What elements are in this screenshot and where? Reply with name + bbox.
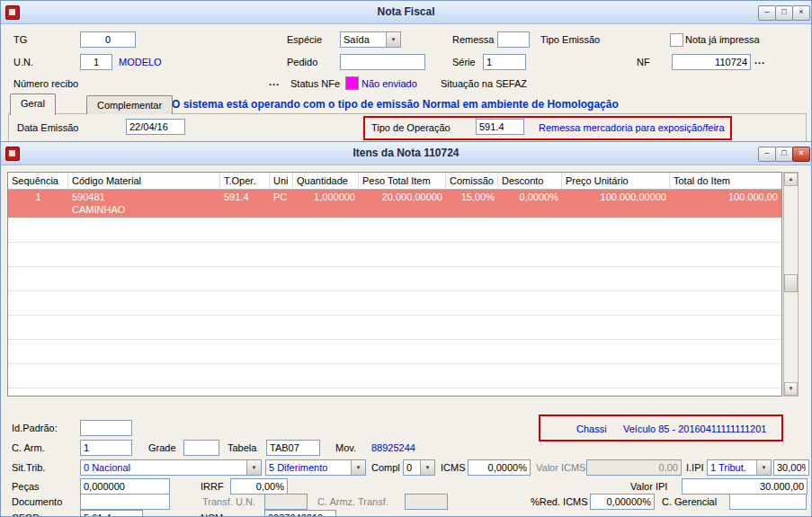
numero-recibo-browse-button[interactable]: ... (269, 76, 280, 87)
valor-icms-label: Valor ICMS (536, 462, 585, 473)
c-gerencial-input[interactable] (729, 494, 807, 510)
cell-comissao: 15,00% (446, 192, 495, 202)
compl-select[interactable]: 0 ▼ (403, 459, 435, 476)
ncm-input[interactable] (264, 510, 336, 517)
cfop-input[interactable] (80, 510, 143, 517)
numero-recibo-label: Número recibo (13, 78, 78, 89)
i-ipi-select[interactable]: 1 Tribut. ▼ (707, 459, 772, 476)
mov-label: Mov. (335, 442, 356, 453)
data-emissao-label: Data Emissão (17, 122, 78, 133)
grade-input[interactable] (183, 440, 219, 456)
ipi-percent-input[interactable] (773, 459, 809, 476)
close-icon[interactable]: × (792, 5, 810, 21)
tipo-emissao-label: Tipo Emissão (540, 34, 600, 45)
c-armz-transf-label: C. Armz. Transf. (317, 496, 388, 507)
tg-label: TG (13, 34, 27, 45)
icms-input[interactable] (468, 459, 531, 476)
close-icon[interactable]: × (792, 147, 810, 162)
compl-label: Compl (371, 462, 400, 473)
window-nota-fiscal: Nota Fiscal – □ × TG Espécie Saída ▼ Rem… (0, 0, 812, 146)
valor-ipi-label: Valor IPI (630, 481, 667, 492)
remessa-label: Remessa (452, 34, 494, 45)
column-header-sequencia: Sequência (8, 173, 68, 190)
c-arm-label: C. Arm. (12, 442, 45, 453)
scrollbar-thumb[interactable] (784, 274, 798, 292)
mov-value: 88925244 (371, 442, 415, 453)
especie-value: Saída (341, 34, 386, 45)
nf-browse-button[interactable]: ... (754, 55, 765, 66)
grid-empty-row (8, 339, 781, 364)
serie-input[interactable] (483, 54, 526, 70)
pecas-input[interactable] (80, 478, 170, 495)
minimize-icon[interactable]: – (758, 5, 776, 21)
grid-empty-row (8, 242, 781, 267)
maximize-icon[interactable]: □ (775, 147, 793, 162)
valor-icms-input (586, 459, 682, 476)
minimize-icon[interactable]: – (758, 147, 776, 162)
cell-sequencia: 1 (8, 192, 68, 202)
chevron-down-icon: ▼ (246, 460, 261, 475)
id-padrao-input[interactable] (80, 420, 132, 436)
scroll-up-icon[interactable]: ▲ (784, 173, 798, 186)
tg-input[interactable] (80, 31, 136, 48)
nf-input[interactable] (672, 54, 751, 70)
column-header-comissao: Comissão (446, 173, 498, 190)
chassi-label: Chassi (576, 423, 607, 434)
tabela-input[interactable] (266, 440, 320, 456)
column-header-codigo-material: Código Material (68, 173, 220, 190)
tipo-operacao-desc: Remessa mercadoria para exposição/feira (539, 122, 725, 133)
serie-label: Série (452, 57, 476, 67)
titlebar-itens[interactable]: Itens da Nota 110724 – □ × (1, 142, 811, 165)
cell-descricao: CAMINHAO (72, 204, 125, 215)
c-armz-transf-input (405, 494, 448, 510)
column-header-peso-total: Peso Total Item (359, 173, 446, 190)
status-nfe-label: Status NFe (290, 78, 340, 89)
c-arm-input[interactable] (80, 440, 132, 456)
pedido-input[interactable] (340, 54, 425, 70)
c-gerencial-label: C. Gerencial (662, 496, 717, 507)
grid-empty-row (8, 266, 781, 291)
remessa-input[interactable] (497, 31, 530, 48)
cell-t-oper: 591.4 (224, 192, 249, 202)
grade-label: Grade (148, 442, 176, 453)
table-row-selected[interactable]: 1 590481 CAMINHAO 591.4 PC 1,000000 20.0… (8, 190, 781, 218)
i-ipi-value: 1 Tribut. (708, 462, 756, 473)
pecas-label: Peças (12, 481, 40, 492)
diferimento-value: 5 Diferimento (266, 462, 351, 473)
itens-grid: Sequência Código Material T.Oper. Uni Qu… (7, 172, 782, 397)
chassi-value: Veículo 85 - 20160411111111201 (623, 423, 766, 434)
tab-geral[interactable]: Geral (10, 94, 56, 115)
tipo-operacao-input[interactable] (476, 119, 524, 135)
irrf-input[interactable] (230, 478, 288, 495)
data-emissao-input[interactable] (126, 119, 185, 135)
especie-select[interactable]: Saída ▼ (340, 31, 401, 48)
especie-label: Espécie (287, 34, 322, 45)
column-header-t-oper: T.Oper. (220, 173, 270, 190)
scroll-down-icon[interactable]: ▼ (784, 382, 798, 396)
column-header-quantidade: Quantidade (293, 173, 359, 190)
titlebar-nota-fiscal[interactable]: Nota Fiscal – □ × (1, 1, 811, 24)
chevron-down-icon: ▼ (420, 460, 434, 475)
status-nfe-value: Não enviado (361, 78, 417, 89)
nf-label: NF (637, 57, 650, 67)
nota-impressa-checkbox[interactable] (670, 33, 683, 47)
column-header-preco-unitario: Preço Unitário (562, 173, 670, 190)
cell-peso-total: 20.000,00000 (359, 192, 442, 202)
grid-empty-row (8, 363, 781, 388)
documento-input[interactable] (80, 494, 170, 510)
cell-total-item: 100.000,00 (670, 192, 778, 202)
documento-label: Documento (12, 496, 62, 507)
grid-scrollbar[interactable]: ▲ ▼ (783, 172, 799, 397)
icms-label: ICMS (441, 462, 466, 473)
maximize-icon[interactable]: □ (775, 5, 793, 21)
un-desc: MODELO (119, 57, 162, 67)
sit-trib-select[interactable]: 0 Nacional ▼ (80, 459, 262, 476)
valor-ipi-input[interactable] (682, 478, 808, 495)
cell-uni: PC (273, 192, 287, 202)
diferimento-select[interactable]: 5 Diferimento ▼ (265, 459, 366, 476)
tab-complementar[interactable]: Complementar (86, 95, 173, 114)
grid-empty-row (8, 290, 781, 316)
un-input[interactable] (80, 54, 112, 70)
red-icms-input[interactable] (590, 494, 655, 510)
sit-trib-value: 0 Nacional (81, 462, 246, 473)
